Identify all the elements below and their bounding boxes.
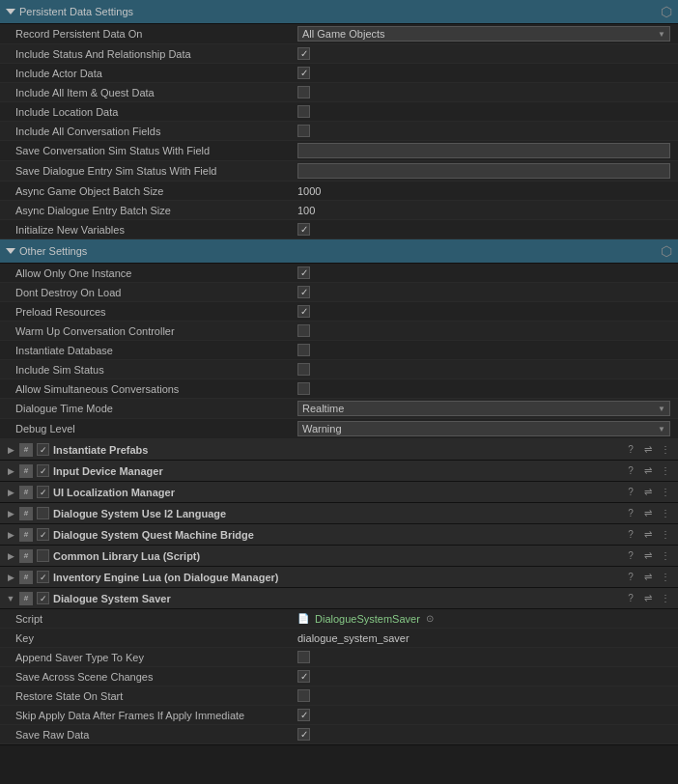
field-label: Include Location Data — [8, 106, 297, 118]
comp-help-icon[interactable]: ? — [624, 549, 637, 563]
other-collapse-triangle — [6, 248, 15, 254]
comp-expand-icon[interactable]: ▶ — [6, 509, 15, 518]
checkbox-include-all-item-&-quest-data[interactable] — [297, 86, 310, 98]
field-row: Save Conversation Sim Status With Field — [0, 141, 678, 161]
checkbox-allow-only-one-instance[interactable] — [297, 266, 310, 279]
comp-help-icon[interactable]: ? — [624, 464, 637, 478]
checkbox-allow-simultaneous-conversations[interactable] — [297, 382, 310, 395]
field-row: Warm Up Conversation Controller — [0, 322, 678, 341]
comp-checkbox[interactable] — [37, 486, 49, 498]
persistent-data-header[interactable]: Persistent Data Settings ⬡ — [0, 0, 678, 24]
comp-help-icon[interactable]: ? — [624, 528, 637, 542]
checkbox-restore-state-on-start[interactable] — [297, 689, 310, 702]
checkbox-save-across-scene-changes[interactable] — [297, 670, 310, 683]
component-row[interactable]: ▶#Dialogue System Quest Machine Bridge?⇌… — [0, 524, 678, 546]
comp-expand-icon[interactable]: ▶ — [6, 488, 15, 497]
dialogue-saver-component-row[interactable]: ▼ # Dialogue System Saver ? ⇌ ⋮ — [0, 588, 678, 609]
comp-label: Dialogue System Use I2 Language — [53, 508, 620, 519]
comp-settings-icon[interactable]: ⇌ — [641, 571, 655, 584]
comp-expand-icon[interactable]: ▶ — [6, 573, 15, 582]
component-row[interactable]: ▶#Dialogue System Use I2 Language?⇌⋮ — [0, 503, 678, 524]
comp-icons-group: ?⇌⋮ — [624, 443, 672, 457]
empty-input-save-conversation-sim-status-with-field[interactable] — [297, 143, 670, 158]
text-field-async-dialogue-entry-batch-size[interactable]: 100 — [297, 205, 315, 216]
comp-menu-icon[interactable]: ⋮ — [659, 528, 672, 542]
checkbox-dont-destroy-on-load[interactable] — [297, 286, 310, 298]
checkbox-include-all-conversation-fields[interactable] — [297, 125, 310, 137]
component-row[interactable]: ▶#Common Library Lua (Script)?⇌⋮ — [0, 546, 678, 567]
comp-expand-icon[interactable]: ▶ — [6, 551, 15, 561]
field-label: Include Sim Status — [8, 364, 297, 376]
comp-menu-icon[interactable]: ⋮ — [659, 507, 672, 520]
checkbox-skip-apply-data-after-frames-if-apply-immediate[interactable] — [297, 709, 310, 721]
comp-icons-group: ?⇌⋮ — [624, 507, 672, 520]
component-row[interactable]: ▶#Input Device Manager?⇌⋮ — [0, 461, 678, 482]
field-label: Warm Up Conversation Controller — [8, 325, 297, 337]
dropdown-debug-level[interactable]: Warning▼ — [297, 421, 670, 436]
dialogue-saver-checkbox[interactable] — [37, 592, 49, 604]
comp-help-icon[interactable]: ? — [624, 443, 637, 457]
other-settings-menu-icon[interactable]: ⬡ — [661, 243, 672, 259]
dialogue-saver-settings-icon[interactable]: ⇌ — [641, 592, 655, 605]
comp-icons-group: ?⇌⋮ — [624, 486, 672, 499]
dialogue-saver-help-icon[interactable]: ? — [624, 592, 637, 605]
comp-expand-icon[interactable]: ▶ — [6, 445, 15, 455]
checkbox-include-actor-data[interactable] — [297, 67, 310, 79]
text-field-key[interactable]: dialogue_system_saver — [297, 632, 410, 644]
text-field-async-game-object-batch-size[interactable]: 1000 — [297, 185, 321, 197]
field-row: Script📄DialogueSystemSaver⊙ — [0, 609, 678, 629]
field-row: Include All Conversation Fields — [0, 122, 678, 141]
persistent-settings-menu-icon[interactable]: ⬡ — [661, 4, 672, 19]
dropdown-dialogue-time-mode[interactable]: Realtime▼ — [297, 401, 670, 416]
checkbox-include-location-data[interactable] — [297, 105, 310, 118]
comp-menu-icon[interactable]: ⋮ — [659, 571, 672, 584]
comp-settings-icon[interactable]: ⇌ — [641, 507, 655, 520]
comp-settings-icon[interactable]: ⇌ — [641, 464, 655, 478]
comp-menu-icon[interactable]: ⋮ — [659, 443, 672, 457]
checkbox-preload-resources[interactable] — [297, 305, 310, 318]
checkbox-include-status-and-relationship-data[interactable] — [297, 47, 310, 60]
comp-settings-icon[interactable]: ⇌ — [641, 443, 655, 457]
comp-menu-icon[interactable]: ⋮ — [659, 486, 672, 499]
comp-checkbox[interactable] — [37, 549, 49, 562]
comp-help-icon[interactable]: ? — [624, 571, 637, 584]
comp-checkbox[interactable] — [37, 464, 49, 477]
dialogue-saver-expand[interactable]: ▼ — [6, 594, 15, 603]
script-link-icon[interactable]: ⊙ — [426, 613, 434, 624]
component-row[interactable]: ▶#UI Localization Manager?⇌⋮ — [0, 482, 678, 503]
comp-menu-icon[interactable]: ⋮ — [659, 549, 672, 563]
checkbox-save-raw-data[interactable] — [297, 728, 310, 741]
field-row: Allow Simultaneous Conversations — [0, 379, 678, 399]
other-settings-header[interactable]: Other Settings ⬡ — [0, 239, 678, 264]
other-settings-section: Other Settings ⬡ Allow Only One Instance… — [0, 239, 678, 439]
dropdown-record-persistent-data-on[interactable]: All Game Objects▼ — [297, 26, 670, 42]
comp-checkbox[interactable] — [37, 528, 49, 541]
comp-checkbox[interactable] — [37, 571, 49, 583]
comp-settings-icon[interactable]: ⇌ — [641, 549, 655, 563]
field-label: Include Actor Data — [8, 68, 297, 79]
comp-checkbox[interactable] — [37, 507, 49, 519]
checkbox-initialize-new-variables[interactable] — [297, 223, 310, 236]
checkbox-instantiate-database[interactable] — [297, 344, 310, 356]
comp-expand-icon[interactable]: ▶ — [6, 466, 15, 476]
checkbox-warm-up-conversation-controller[interactable] — [297, 324, 310, 337]
component-row[interactable]: ▶#Instantiate Prefabs?⇌⋮ — [0, 439, 678, 461]
comp-menu-icon[interactable]: ⋮ — [659, 464, 672, 478]
field-row: Append Saver Type To Key — [0, 648, 678, 667]
dialogue-saver-menu-icon[interactable]: ⋮ — [659, 592, 672, 605]
comp-expand-icon[interactable]: ▶ — [6, 530, 15, 540]
field-value — [297, 305, 670, 318]
checkbox-append-saver-type-to-key[interactable] — [297, 651, 310, 663]
empty-input-save-dialogue-entry-sim-status-with-field[interactable] — [297, 163, 670, 179]
comp-settings-icon[interactable]: ⇌ — [641, 486, 655, 499]
comp-settings-icon[interactable]: ⇌ — [641, 528, 655, 542]
field-value: 📄DialogueSystemSaver⊙ — [297, 613, 670, 625]
checkbox-include-sim-status[interactable] — [297, 363, 310, 376]
field-row: Allow Only One Instance — [0, 264, 678, 283]
field-row: Skip Apply Data After Frames If Apply Im… — [0, 706, 678, 725]
comp-checkbox[interactable] — [37, 443, 49, 456]
comp-help-icon[interactable]: ? — [624, 507, 637, 520]
comp-help-icon[interactable]: ? — [624, 486, 637, 499]
field-row: Include Sim Status — [0, 360, 678, 379]
component-row[interactable]: ▶#Inventory Engine Lua (on Dialogue Mana… — [0, 567, 678, 588]
